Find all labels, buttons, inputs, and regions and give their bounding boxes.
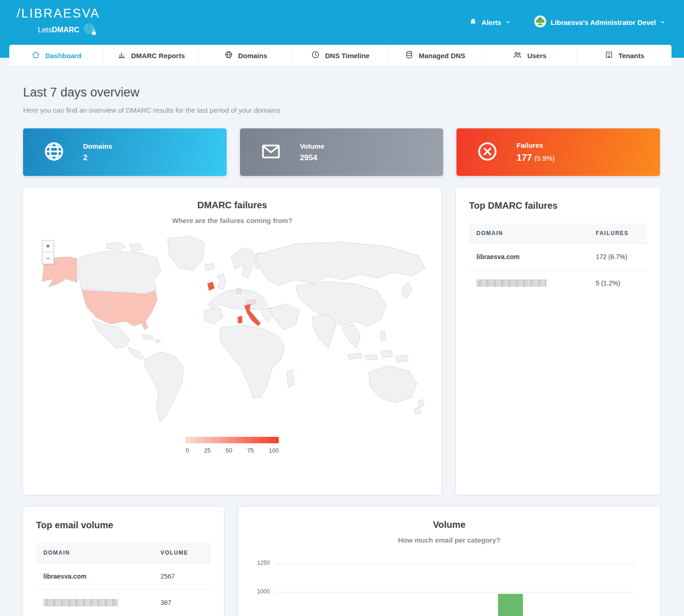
map-country-canada[interactable] — [78, 251, 161, 295]
map-country-middle-east[interactable] — [269, 304, 300, 330]
stat-value: 177 — [516, 152, 532, 163]
map-country-scandinavia[interactable] — [231, 248, 254, 278]
map-country-madagascar[interactable] — [287, 369, 294, 388]
map-country-new-zealand[interactable] — [414, 407, 420, 415]
tab-label: Dashboard — [45, 52, 81, 60]
stat-card-volume[interactable]: Volume 2954 — [240, 128, 444, 176]
gridline-1250 — [275, 563, 635, 564]
volume-chart-title: Volume — [252, 519, 647, 530]
map-country-usa[interactable] — [82, 290, 157, 330]
chevron-down-icon — [505, 18, 511, 27]
map-country-arctic-island[interactable] — [130, 244, 143, 251]
map-country-se-asia[interactable] — [342, 324, 360, 348]
top-volume-title: Top email volume — [36, 520, 211, 531]
zoom-out-button[interactable]: - — [42, 252, 54, 264]
volume-bar-chart: 1250 1000 — [252, 561, 647, 616]
volume-chart-card: Volume How much email per category? 1250… — [239, 507, 660, 616]
tab-users[interactable]: Users — [483, 45, 577, 66]
map-country-sardinia[interactable] — [238, 316, 242, 323]
domain-cell: libraesva.com — [469, 244, 588, 270]
tab-dmarc-reports[interactable]: DMARC Reports — [104, 45, 198, 66]
brand-product-label: LetsDMARC — [38, 26, 79, 34]
stat-card-failures[interactable]: Failures 177(5.9%) — [456, 128, 660, 176]
top-email-volume-card: Top email volume DOMAIN VOLUME libraesva… — [23, 507, 224, 616]
tab-label: Users — [527, 52, 546, 60]
stats-row: Domains 2 Volume 2954 Failures 177(5.9%) — [23, 128, 660, 176]
map-country-iceland[interactable] — [204, 263, 215, 271]
map-country-south-america[interactable] — [144, 352, 183, 422]
alerts-label: Alerts — [481, 18, 501, 26]
map-country-cuba[interactable] — [142, 334, 154, 339]
map-country-russia[interactable] — [256, 242, 425, 285]
globe-icon — [224, 50, 233, 60]
dmarc-failures-map-card: DMARC failures Where are the failures co… — [23, 187, 441, 495]
row-bottom: Top email volume DOMAIN VOLUME libraesva… — [23, 507, 660, 616]
map-country-indonesia[interactable] — [365, 355, 378, 360]
y-axis-tick: 1000 — [252, 588, 270, 595]
table-row: libraesva.com 2567 — [36, 563, 211, 590]
column-header-domain: DOMAIN — [36, 543, 153, 563]
failures-cell: 172 (6.7%) — [588, 244, 647, 270]
tab-dns-timeline[interactable]: DNS Timeline — [293, 45, 388, 66]
map-country-arctic-island[interactable] — [107, 242, 126, 250]
home-icon — [31, 50, 40, 60]
map-country-netherlands[interactable] — [236, 288, 241, 294]
brand-name: /LIBRAESVA — [17, 7, 100, 20]
bell-icon — [469, 18, 477, 28]
clock-icon — [311, 50, 320, 60]
map-country-indonesia[interactable] — [381, 350, 393, 357]
legend-tick: 75 — [247, 447, 254, 454]
tab-domains[interactable]: Domains — [198, 45, 293, 66]
fingerprint-icon — [83, 22, 96, 37]
map-country-new-zealand[interactable] — [418, 399, 424, 407]
volume-bar-green[interactable] — [498, 594, 523, 616]
map-country-greenland[interactable] — [168, 236, 204, 271]
tab-label: DMARC Reports — [131, 52, 185, 60]
map-card-subtitle: Where are the failures coming from? — [23, 217, 441, 224]
alerts-menu[interactable]: Alerts — [469, 18, 511, 28]
stat-label: Volume — [300, 142, 324, 150]
stat-suffix: (5.9%) — [534, 154, 555, 162]
stat-card-domains[interactable]: Domains 2 — [23, 128, 227, 176]
y-axis-tick: 1250 — [252, 560, 270, 566]
database-icon — [405, 50, 414, 60]
map-country-philippines[interactable] — [380, 331, 386, 341]
map-country-new-guinea[interactable] — [396, 355, 408, 362]
map-country-uk[interactable] — [217, 273, 226, 290]
map-country-japan[interactable] — [402, 283, 412, 298]
tab-label: DNS Timeline — [325, 52, 369, 60]
map-color-legend: 0 25 50 75 100 — [186, 437, 279, 454]
map-country-india[interactable] — [312, 314, 336, 348]
tab-tenants[interactable]: Tenants — [577, 45, 672, 66]
legend-tick: 25 — [204, 447, 210, 454]
brand-product: LetsDMARC — [17, 22, 100, 37]
legend-tick: 50 — [226, 447, 232, 454]
tab-label: Managed DNS — [419, 52, 465, 60]
legend-gradient-bar — [186, 437, 279, 443]
app-header: /LIBRAESVA LetsDMARC — [0, 0, 684, 58]
map-country-africa[interactable] — [220, 325, 285, 398]
tab-dashboard[interactable]: Dashboard — [9, 45, 104, 66]
failures-cell: 5 (1.2%) — [588, 270, 647, 296]
map-country-iberia[interactable] — [204, 308, 223, 324]
map-country-central-america[interactable] — [128, 347, 144, 359]
map-country-china[interactable] — [296, 282, 386, 326]
world-map[interactable]: + - — [23, 236, 441, 435]
map-country-ireland[interactable] — [207, 282, 215, 291]
volume-cell: 2567 — [153, 563, 211, 590]
mail-icon — [260, 141, 282, 164]
tab-label: Domains — [238, 52, 267, 60]
top-volume-table: DOMAIN VOLUME libraesva.com 2567 387 — [36, 543, 211, 616]
column-header-failures: FAILURES — [588, 223, 647, 244]
zoom-in-button[interactable]: + — [42, 240, 54, 252]
map-country-australia[interactable] — [369, 366, 417, 403]
map-country-hispaniola[interactable] — [156, 340, 160, 343]
user-menu[interactable]: Libraesva's Administrator Devel — [534, 15, 666, 30]
main-content: Last 7 days overview Here you can find a… — [0, 58, 684, 616]
header-actions: Alerts — [469, 15, 666, 30]
stat-value: 2954 — [300, 153, 324, 163]
map-country-indonesia[interactable] — [348, 353, 362, 359]
top-failures-table: DOMAIN FAILURES libraesva.com 172 (6.7%)… — [469, 223, 647, 296]
tab-managed-dns[interactable]: Managed DNS — [388, 45, 483, 66]
brand-logo: /LIBRAESVA LetsDMARC — [17, 7, 100, 37]
